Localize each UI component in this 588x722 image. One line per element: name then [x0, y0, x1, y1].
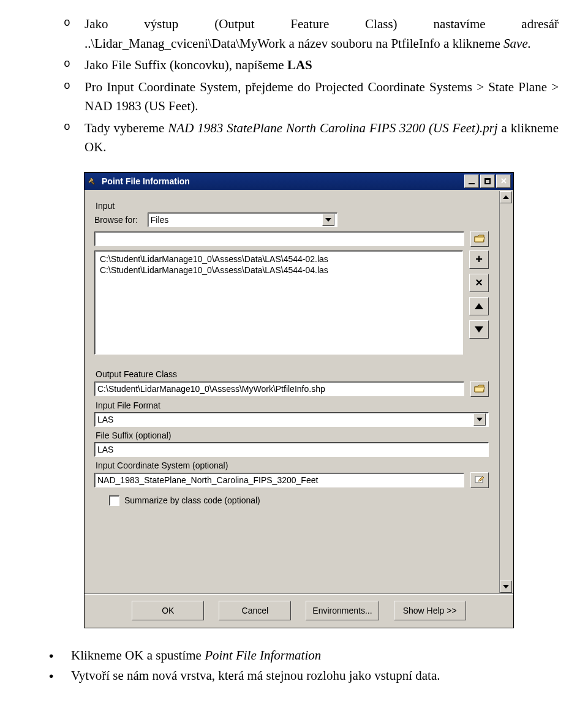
input-files-listbox[interactable]: C:\Student\LidarManage10_0\Assess\Data\L…: [94, 250, 463, 355]
ok-button[interactable]: OK: [132, 601, 204, 620]
bullet-text: Tady vybereme NAD 1983 StatePlane North …: [85, 119, 559, 157]
move-down-button[interactable]: [469, 320, 489, 339]
dropdown-icon: [322, 214, 334, 226]
button-row: OK Cancel Environments... Show Help >>: [85, 594, 513, 628]
remove-button[interactable]: ×: [469, 274, 489, 292]
input-file-format-combo[interactable]: LAS: [94, 412, 489, 427]
bullet-mark: •: [49, 645, 71, 666]
tool-icon: [87, 176, 98, 187]
input-file-format-label: Input File Format: [96, 400, 489, 410]
list-item: o Jako File Suffix (koncovku), napíšeme …: [64, 56, 559, 75]
bullet-text: Jako výstup (Output Feature Class) nasta…: [85, 15, 559, 53]
file-suffix-label: File Suffix (optional): [96, 431, 489, 440]
scroll-up-button[interactable]: [500, 191, 512, 203]
cancel-button[interactable]: Cancel: [219, 601, 291, 620]
list-item: • Klikneme OK a spustíme Point File Info…: [49, 645, 559, 666]
bullet-mark: •: [49, 666, 71, 686]
list-item[interactable]: C:\Student\LidarManage10_0\Assess\Data\L…: [96, 265, 461, 276]
bullet-mark: o: [64, 15, 85, 53]
point-file-information-dialog: Point File Information ✕ Input Browse fo…: [84, 172, 514, 628]
browse-button[interactable]: [470, 231, 489, 247]
list-item: o Pro Input Coordinate System, přejdeme …: [64, 78, 559, 116]
minimize-button[interactable]: [464, 175, 479, 188]
dialog-title: Point File Information: [102, 176, 463, 186]
svg-rect-1: [91, 181, 95, 185]
list-item: o Jako výstup (Output Feature Class) nas…: [64, 15, 559, 53]
show-help-button[interactable]: Show Help >>: [394, 601, 466, 620]
bullet-mark: o: [64, 119, 85, 157]
dropdown-icon: [473, 413, 486, 426]
environments-button[interactable]: Environments...: [306, 601, 379, 620]
file-suffix-value: LAS: [97, 445, 113, 454]
list-item[interactable]: C:\Student\LidarManage10_0\Assess\Data\L…: [96, 254, 461, 265]
output-feature-class-label: Output Feature Class: [96, 369, 489, 379]
coordinate-system-properties-button[interactable]: [470, 472, 489, 488]
bullet-mark: o: [64, 78, 85, 116]
browse-for-label: Browse for:: [94, 215, 138, 225]
output-feature-class-value: C:\Student\LidarManage10_0\Assess\MyWork…: [97, 384, 325, 394]
path-input[interactable]: [94, 231, 464, 246]
maximize-button[interactable]: [480, 175, 495, 188]
bullet-text: Jako File Suffix (koncovku), napíšeme LA…: [85, 56, 559, 75]
browse-output-button[interactable]: [470, 381, 489, 397]
bullet-mark: o: [64, 56, 85, 75]
title-bar: Point File Information ✕: [85, 173, 513, 190]
bullet-text: Klikneme OK a spustíme Point File Inform…: [71, 645, 321, 666]
list-item: o Tady vybereme NAD 1983 StatePlane Nort…: [64, 119, 559, 157]
summarize-by-class-code-checkbox[interactable]: [109, 495, 119, 506]
add-button[interactable]: +: [469, 250, 489, 269]
input-coordinate-system-label: Input Coordinate System (optional): [96, 461, 489, 470]
output-feature-class-input[interactable]: C:\Student\LidarManage10_0\Assess\MyWork…: [94, 382, 464, 396]
browse-for-combo[interactable]: Files: [148, 212, 337, 227]
browse-for-value: Files: [151, 215, 169, 225]
input-section-label: Input: [96, 201, 489, 211]
summarize-by-class-code-label: Summarize by class code (optional): [124, 495, 260, 505]
move-up-button[interactable]: [469, 297, 489, 315]
input-coordinate-system-input[interactable]: NAD_1983_StatePlane_North_Carolina_FIPS_…: [94, 473, 464, 487]
vertical-scrollbar[interactable]: [499, 191, 512, 593]
scroll-down-button[interactable]: [500, 581, 512, 593]
input-file-format-value: LAS: [97, 415, 113, 424]
input-coordinate-system-value: NAD_1983_StatePlane_North_Carolina_FIPS_…: [97, 475, 318, 485]
list-item: • Vytvoří se nám nová vrstva, která má s…: [49, 666, 559, 686]
close-button[interactable]: ✕: [496, 175, 511, 188]
bullet-text: Vytvoří se nám nová vrstva, která má ste…: [71, 666, 440, 686]
bullet-text: Pro Input Coordinate System, přejdeme do…: [85, 78, 559, 116]
file-suffix-input[interactable]: LAS: [94, 442, 489, 457]
